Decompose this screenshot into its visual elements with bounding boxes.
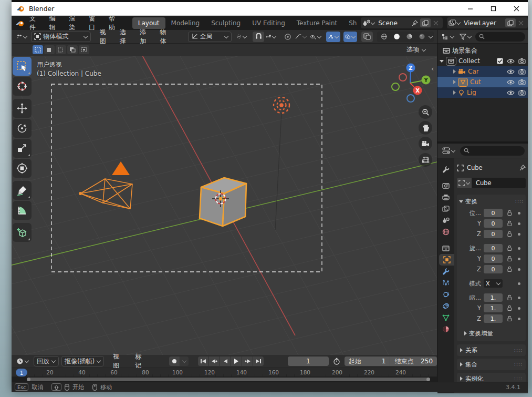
orientation-dropdown[interactable]: 全局 [188, 32, 232, 42]
outliner-filter-button[interactable] [458, 32, 473, 42]
viewport-3d[interactable]: Z Y X 选项 用户透视 (1) Collection | Cube [12, 44, 437, 355]
expand-icon[interactable] [453, 90, 456, 95]
object-id-button[interactable] [457, 178, 472, 188]
select-mode-invert-button[interactable] [67, 45, 78, 54]
lock-icon[interactable] [507, 315, 513, 322]
proportional-falloff-button[interactable] [294, 32, 308, 42]
camera-restrict-icon[interactable] [518, 89, 526, 96]
chevron-down-icon[interactable] [456, 21, 461, 25]
properties-search-input[interactable] [460, 146, 525, 156]
remove-viewlayer-icon[interactable] [516, 18, 526, 27]
tab-render[interactable] [437, 180, 454, 191]
camera-restrict-icon[interactable] [518, 58, 526, 64]
tool-add-cube[interactable] [13, 223, 32, 242]
camera-restrict-icon[interactable] [518, 68, 526, 75]
viewlayer-name[interactable]: ViewLayer [461, 19, 505, 27]
timeline-ruler[interactable]: 1 20 40 60 80 100 120 140 160 180 200 22… [12, 368, 437, 377]
tool-measure[interactable] [13, 201, 32, 220]
tool-move[interactable] [13, 99, 32, 118]
viewlayer-icon[interactable] [448, 19, 456, 26]
section-collections[interactable]: 集合:::: [457, 359, 526, 370]
zoom-button[interactable] [419, 105, 432, 119]
visibility-dropdown[interactable] [308, 32, 323, 42]
jump-to-start-button[interactable] [198, 357, 208, 366]
scale-x-field[interactable]: 1. [484, 293, 503, 302]
mode-dropdown[interactable]: 物体模式 [31, 32, 90, 42]
scrollbar-handle[interactable] [27, 378, 430, 381]
shading-solid-button[interactable] [391, 32, 402, 42]
scene-name[interactable]: Scene [375, 19, 410, 27]
outliner-search-input[interactable] [475, 32, 525, 42]
animate-dot[interactable] [518, 212, 520, 215]
lock-icon[interactable] [507, 266, 513, 272]
tab-modifiers[interactable] [437, 266, 454, 277]
checkbox-icon[interactable] [497, 58, 503, 64]
tab-view-layer[interactable] [437, 203, 454, 215]
expand-icon[interactable] [453, 80, 456, 84]
tool-cursor[interactable] [13, 77, 32, 96]
new-viewlayer-button[interactable] [505, 18, 516, 27]
properties-editor-button[interactable] [441, 146, 457, 156]
eye-icon[interactable] [507, 58, 515, 64]
tool-transform[interactable] [13, 159, 32, 178]
chevron-down-icon[interactable] [371, 21, 375, 25]
object-name-field[interactable]: Cube [472, 178, 526, 188]
expand-icon[interactable] [453, 69, 456, 74]
camera-view-button[interactable] [419, 137, 432, 150]
tab-material[interactable] [437, 323, 454, 335]
lock-icon[interactable] [507, 231, 513, 237]
tab-collection-props[interactable] [437, 242, 454, 254]
select-mode-intersect-button[interactable] [79, 45, 89, 54]
animate-dot[interactable] [518, 282, 520, 285]
animate-dot[interactable] [518, 247, 520, 250]
animate-dot[interactable] [518, 297, 520, 299]
tab-output[interactable] [437, 191, 454, 203]
stopwatch-icon[interactable] [333, 358, 340, 365]
pivot-point-button[interactable] [235, 32, 248, 42]
outliner-row-camera[interactable]: Car [437, 66, 528, 77]
lock-icon[interactable] [507, 220, 513, 227]
select-mode-subtract-button[interactable] [56, 45, 66, 54]
animate-dot[interactable] [518, 258, 520, 260]
tab-object[interactable] [439, 254, 454, 266]
tab-scene[interactable] [437, 215, 454, 226]
keying-dropdown[interactable]: 抠像(插帧) [61, 356, 104, 367]
tab-tool[interactable] [437, 164, 454, 175]
expand-icon[interactable] [440, 60, 444, 63]
jump-to-end-button[interactable] [253, 357, 264, 366]
tab-physics[interactable] [437, 289, 454, 300]
next-keyframe-button[interactable] [242, 357, 253, 366]
animate-dot[interactable] [518, 233, 520, 236]
collapse-sidebar-icon[interactable]: ‹ [431, 65, 434, 73]
camera-restrict-icon[interactable] [518, 79, 526, 85]
tab-object-data[interactable] [437, 312, 454, 323]
rotation-mode-dropdown[interactable]: X [484, 279, 503, 288]
pin-icon[interactable] [410, 18, 420, 27]
shading-rendered-button[interactable] [416, 32, 427, 42]
drag-grip-icon[interactable]: :::: [515, 199, 524, 204]
delta-transform-subpanel[interactable]: 变换增量 [459, 329, 524, 338]
eye-icon[interactable] [507, 90, 515, 96]
outliner-row-collection[interactable]: Collect [437, 56, 528, 66]
rotation-x-field[interactable]: 0 [484, 244, 503, 252]
pan-button[interactable] [419, 121, 432, 135]
auto-keying-settings[interactable] [180, 357, 189, 366]
rotation-z-field[interactable]: 0 [484, 265, 503, 273]
tool-scale[interactable] [13, 139, 32, 158]
start-frame-field[interactable]: 起始 1 [345, 357, 391, 366]
perspective-toggle-button[interactable] [419, 153, 432, 167]
animate-dot[interactable] [518, 222, 520, 225]
options-dropdown[interactable]: 选项 [403, 45, 430, 55]
auto-keying-button[interactable] [169, 357, 180, 366]
current-frame-field[interactable]: 1 [288, 357, 329, 366]
lock-icon[interactable] [507, 256, 513, 262]
select-mode-set-button[interactable] [33, 45, 43, 54]
minimize-button[interactable] [458, 2, 482, 16]
prev-keyframe-button[interactable] [209, 357, 220, 366]
tab-particles[interactable] [437, 277, 454, 289]
pin-icon[interactable] [519, 165, 526, 171]
tab-constraints[interactable] [437, 300, 454, 312]
play-reverse-button[interactable] [220, 357, 231, 366]
scene-browse-icon[interactable] [362, 19, 371, 27]
tab-sculpting[interactable]: Sculpting [205, 17, 246, 29]
